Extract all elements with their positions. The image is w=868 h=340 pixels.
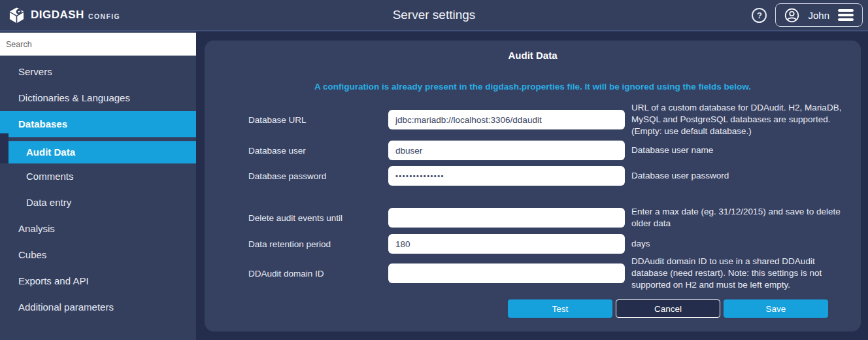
cancel-button[interactable]: Cancel	[616, 299, 720, 318]
database-url-input[interactable]	[388, 110, 625, 129]
field-help-delete-audit-events-until: Enter a max date (eg. 31/12/2015) and sa…	[631, 206, 850, 230]
brand-suffix: CONFIG	[88, 10, 120, 20]
content: ServersDictionaries & LanguagesDatabases…	[0, 31, 868, 340]
save-button[interactable]: Save	[724, 299, 828, 318]
active-subitem-notch	[0, 133, 8, 163]
field-help-database-user: Database user name	[631, 144, 850, 156]
database-user-input[interactable]	[388, 141, 625, 160]
sidebar-item-databases[interactable]: Databases	[0, 111, 196, 137]
header: DIGDASH CONFIG Server settings ? John	[0, 0, 868, 31]
audit-data-panel: Audit Data A configuration is already pr…	[205, 41, 861, 332]
database-password-input[interactable]	[388, 166, 625, 186]
field-help-ddaudit-domain-id: DDAudit domain ID to use in a shared DDA…	[631, 256, 850, 291]
search-input[interactable]	[0, 33, 196, 56]
field-row-database-url: Database URLURL of a custom database for…	[248, 102, 861, 137]
page-title: Server settings	[0, 8, 868, 22]
form-actions: TestCancelSave	[248, 299, 861, 318]
sidebar-item-cubes[interactable]: Cubes	[0, 242, 196, 268]
field-label-database-password: Database password	[248, 171, 388, 181]
field-label-ddaudit-domain-id: DDAudit domain ID	[248, 269, 388, 279]
field-row-delete-audit-events-until: Delete audit events untilEnter a max dat…	[248, 206, 861, 230]
menu-icon[interactable]	[838, 9, 854, 21]
sidebar: ServersDictionaries & LanguagesDatabases…	[0, 31, 196, 340]
sidebar-item-comments[interactable]: Comments	[0, 163, 196, 190]
field-row-database-password: Database passwordDatabase user password	[248, 166, 861, 186]
field-label-delete-audit-events-until: Delete audit events until	[248, 213, 388, 223]
field-row-ddaudit-domain-id: DDAudit domain IDDDAudit domain ID to us…	[248, 256, 861, 291]
sidebar-item-exports-and-api[interactable]: Exports and API	[0, 268, 196, 294]
field-help-data-retention-period: days	[631, 238, 850, 250]
main-area: Audit Data A configuration is already pr…	[196, 31, 868, 340]
field-label-data-retention-period: Data retention period	[248, 239, 388, 249]
data-retention-period-input[interactable]	[388, 234, 625, 254]
sidebar-nav: ServersDictionaries & LanguagesDatabases…	[0, 59, 196, 320]
user-avatar-icon	[784, 8, 799, 23]
delete-audit-events-until-input[interactable]	[388, 208, 625, 228]
sidebar-item-additional-parameters[interactable]: Additional parameters	[0, 294, 196, 320]
brand: DIGDASH CONFIG	[8, 7, 120, 24]
user-menu[interactable]: John	[775, 3, 863, 27]
field-help-database-password: Database user password	[631, 170, 850, 182]
test-button[interactable]: Test	[508, 299, 612, 318]
header-actions: ? John	[752, 3, 863, 27]
user-name: John	[808, 10, 829, 21]
field-help-database-url: URL of a custom database for DDAudit. H2…	[631, 102, 850, 137]
field-label-database-user: Database user	[248, 146, 388, 156]
field-row-database-user: Database userDatabase user name	[248, 141, 861, 160]
sidebar-item-dictionaries-languages[interactable]: Dictionaries & Languages	[0, 85, 196, 111]
app-root: DIGDASH CONFIG Server settings ? John Se…	[0, 0, 868, 340]
panel-title: Audit Data	[205, 41, 861, 61]
field-label-database-url: Database URL	[248, 115, 388, 125]
help-icon[interactable]: ?	[752, 8, 767, 23]
digdash-logo-icon	[8, 7, 25, 24]
sidebar-item-servers[interactable]: Servers	[0, 59, 196, 85]
settings-form: Database URLURL of a custom database for…	[248, 102, 861, 291]
field-row-data-retention-period: Data retention perioddays	[248, 234, 861, 254]
sidebar-item-data-entry[interactable]: Data entry	[0, 190, 196, 216]
help-glyph: ?	[757, 10, 762, 20]
sidebar-item-analysis[interactable]: Analysis	[0, 216, 196, 242]
ddaudit-domain-id-input[interactable]	[388, 264, 625, 283]
brand-name: DIGDASH	[31, 8, 84, 22]
config-notice: A configuration is already present in th…	[205, 82, 861, 92]
sidebar-item-audit-data[interactable]: Audit Data	[8, 141, 196, 163]
